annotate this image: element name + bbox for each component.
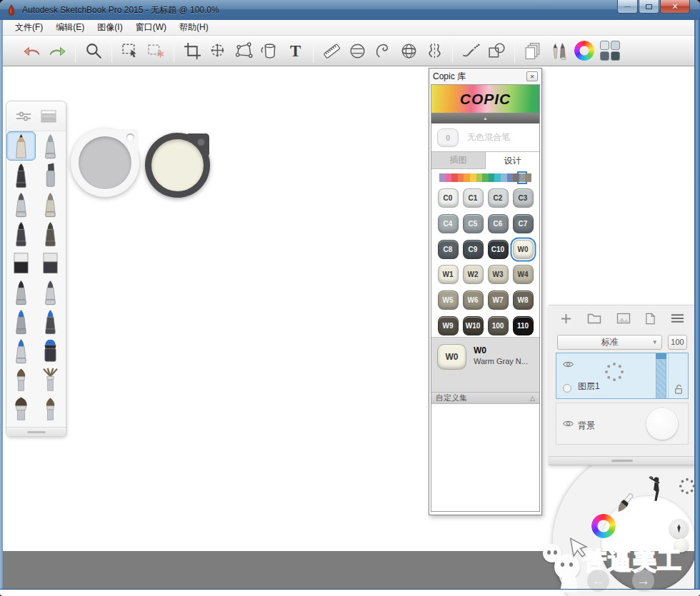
undo-button[interactable] [19, 38, 44, 64]
layer-row-background[interactable]: 背景 [556, 403, 689, 445]
layer-opacity-field[interactable]: 100 [668, 335, 687, 350]
title-bar[interactable]: Autodesk SketchBook Pro 2015 - 无标题 @ 100… [0, 0, 700, 20]
transform-button[interactable] [205, 38, 231, 64]
ellipse-guide-button[interactable] [344, 38, 370, 64]
brush-eraser-hard[interactable] [6, 248, 36, 278]
fill-button[interactable] [256, 38, 282, 64]
copic-swatch-C3[interactable]: C3 [513, 188, 534, 208]
copic-swatch-C1[interactable]: C1 [463, 188, 484, 208]
brush-eraser-soft[interactable] [36, 248, 65, 278]
copic-swatch-C4[interactable]: C4 [438, 214, 459, 233]
brush-blue-felt-2[interactable] [6, 336, 36, 365]
layer-row-1[interactable]: 图层1 [556, 353, 689, 399]
color-editor-button[interactable] [571, 38, 597, 64]
select-button[interactable] [117, 38, 143, 64]
copic-blender-row[interactable]: 0 无色混合笔 [431, 123, 539, 151]
lagoon-figure-tool-icon[interactable] [644, 475, 666, 508]
close-button[interactable]: ✕ [660, 0, 690, 14]
layer1-lock-column[interactable] [668, 353, 688, 398]
copic-collapse-bar[interactable]: ▲ [431, 113, 539, 123]
layer1-marker-strip[interactable] [656, 353, 666, 398]
spectrum-color-4[interactable] [464, 173, 470, 182]
copic-tab-illustration[interactable]: 插图 [431, 151, 486, 169]
spectrum-color-5[interactable] [470, 173, 476, 182]
copic-swatch-W4[interactable]: W4 [513, 265, 534, 284]
spectrum-color-0[interactable] [439, 173, 446, 182]
blender-swatch[interactable]: 0 [437, 128, 459, 147]
brush-ink-pen[interactable] [36, 190, 65, 219]
copic-swatch-C0[interactable]: C0 [438, 188, 459, 208]
brush-marker[interactable] [6, 161, 36, 190]
layer1-visibility-eye-icon[interactable] [562, 358, 574, 371]
brush-library-button[interactable] [546, 38, 571, 64]
lagoon-gear-dots-icon[interactable] [679, 477, 696, 498]
copic-swatch-W6[interactable]: W6 [463, 291, 484, 310]
custom-set-bar[interactable]: 自定义集 △ [431, 392, 539, 404]
ruler-button[interactable] [319, 38, 344, 64]
color-puck[interactable] [145, 133, 210, 198]
menu-item-3[interactable]: 窗口(W) [129, 20, 173, 35]
copic-swatch-W3[interactable]: W3 [488, 265, 509, 284]
copic-swatch-W0[interactable]: W0 [513, 240, 534, 259]
blend-mode-select[interactable]: 标准 ▾ [557, 335, 662, 350]
menu-item-4[interactable]: 帮助(H) [173, 20, 215, 35]
french-curve-button[interactable] [370, 38, 396, 64]
copic-swatch-W1[interactable]: W1 [438, 265, 459, 284]
brush-marker-2[interactable] [6, 278, 36, 307]
brush-marker-3[interactable] [36, 278, 65, 307]
copic-swatch-C5[interactable]: C5 [463, 214, 484, 233]
crop-button[interactable] [179, 38, 205, 64]
brush-blue-pot-brush[interactable] [36, 336, 65, 365]
brush-fine-liner[interactable] [6, 219, 36, 248]
spectrum-color-6[interactable] [476, 173, 483, 182]
brush-brush-pen[interactable] [36, 219, 65, 248]
copic-swatch-110[interactable]: 110 [513, 316, 534, 335]
menu-item-1[interactable]: 编辑(E) [49, 20, 91, 35]
copic-swatch-W5[interactable]: W5 [438, 291, 459, 310]
import-image-icon[interactable] [616, 313, 631, 324]
symmetry-button[interactable] [421, 38, 447, 64]
steady-stroke-button[interactable] [458, 38, 484, 64]
copic-swatch-C2[interactable]: C2 [488, 188, 509, 208]
copic-close-button[interactable]: ✕ [526, 71, 538, 81]
spectrum-color-13[interactable] [519, 173, 526, 182]
copic-swatch-C10[interactable]: C10 [488, 240, 509, 259]
brush-list-view-icon[interactable] [41, 110, 56, 123]
menu-item-0[interactable]: 文件(F) [9, 20, 49, 35]
spectrum-color-12[interactable] [513, 173, 519, 182]
brush-bristle-small[interactable] [6, 365, 36, 395]
brush-bristle-round[interactable] [6, 395, 36, 424]
menu-item-2[interactable]: 图像(I) [91, 20, 129, 35]
copic-swatch-C8[interactable]: C8 [438, 240, 459, 259]
distort-button[interactable] [231, 38, 256, 64]
text-button[interactable]: T [282, 38, 308, 64]
copic-swatch-W9[interactable]: W9 [438, 316, 459, 335]
spectrum-color-1[interactable] [446, 173, 452, 182]
layer-folder-icon[interactable] [587, 313, 601, 324]
brush-airbrush[interactable] [36, 131, 65, 161]
brush-blue-marker[interactable] [36, 307, 65, 336]
layers-menu-icon[interactable] [671, 313, 684, 323]
spectrum-color-8[interactable] [489, 173, 495, 182]
copic-swatch-W2[interactable]: W2 [463, 265, 484, 284]
brush-ballpoint-pen[interactable] [6, 190, 36, 219]
background-color-puck[interactable] [646, 408, 678, 440]
shapes-button[interactable] [484, 38, 509, 64]
brush-blue-felt[interactable] [6, 307, 36, 336]
brush-pencil[interactable] [6, 131, 36, 161]
flipbook-button[interactable] [520, 38, 546, 64]
spectrum-color-9[interactable] [494, 173, 501, 182]
spectrum-color-7[interactable] [482, 173, 489, 182]
selected-swatch[interactable]: W0 [437, 344, 466, 370]
zoom-button[interactable] [81, 38, 106, 64]
lagoon-pencil-button[interactable] [669, 519, 689, 538]
brush-bristle-angle[interactable] [36, 395, 65, 424]
maximize-button[interactable] [639, 0, 659, 14]
spectrum-color-11[interactable] [507, 173, 514, 182]
background-visibility-eye-icon[interactable] [562, 418, 574, 430]
layers-panel-grip[interactable] [549, 456, 696, 465]
brush-bristle-fan[interactable] [36, 365, 65, 395]
copic-swatch-W10[interactable]: W10 [463, 316, 484, 335]
redo-button[interactable] [44, 38, 70, 64]
sliders-icon[interactable] [16, 110, 31, 123]
